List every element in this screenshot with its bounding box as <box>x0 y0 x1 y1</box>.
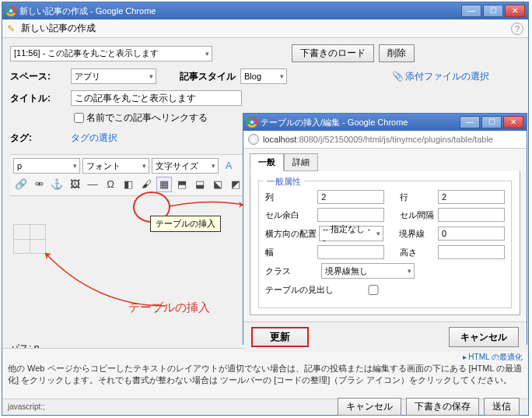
hr-icon[interactable]: — <box>85 177 100 192</box>
font-select[interactable]: フォント <box>82 158 149 174</box>
space-value: アプリ <box>75 71 100 83</box>
del-row-icon[interactable]: ⬕ <box>210 177 226 192</box>
cols-input[interactable] <box>317 190 384 204</box>
subheader-title: 新しい記事の作成 <box>21 22 96 35</box>
dlg-close-button[interactable]: ✕ <box>503 116 523 128</box>
dialog-tabs: 一般 詳細 <box>243 149 527 171</box>
delete-draft-button[interactable]: 削除 <box>379 44 415 62</box>
html-optimize-link[interactable]: ▸ HTML の最適化 <box>8 352 523 363</box>
align-label: 横方向の配置 <box>265 228 319 240</box>
help-icon[interactable]: ? <box>511 23 523 35</box>
dialog-body: 一般属性 列 行 セル余白 セル間隔 横方向の配置 -- 指定なし -- 境界線… <box>250 171 520 315</box>
minimize-button[interactable]: — <box>461 5 481 17</box>
bottom-bar: javascript:; キャンセル 下書きの保存 送信 <box>3 399 527 414</box>
pencil-icon <box>7 23 18 34</box>
fontcolor-icon[interactable]: A <box>221 158 236 174</box>
caption-label: テーブルの見出し <box>265 284 337 296</box>
format-select[interactable]: p <box>13 158 80 174</box>
dlg-maximize-button[interactable]: ☐ <box>481 116 502 128</box>
width-input[interactable] <box>317 245 384 259</box>
main-titlebar: 新しい記事の作成 - Google Chrome — ☐ ✕ <box>2 2 528 19</box>
char-icon[interactable]: Ω <box>103 177 118 192</box>
space-select[interactable]: アプリ <box>71 68 156 84</box>
border-label: 境界線 <box>399 228 438 240</box>
height-input[interactable] <box>438 245 505 259</box>
attach-link[interactable]: 添付ファイルの選択 <box>405 70 489 83</box>
title-label: タイトル: <box>10 92 71 105</box>
url-host: localhost <box>263 135 296 144</box>
save-draft-button[interactable]: 下書きの保存 <box>406 398 479 416</box>
annotation-text: テーブルの挿入 <box>128 300 210 315</box>
rows-label: 行 <box>400 191 438 203</box>
row-after-icon[interactable]: ⬓ <box>192 177 208 192</box>
space-label: スペース: <box>10 70 71 83</box>
width-label: 幅 <box>265 247 317 258</box>
status-area: ▸ HTML の最適化 他の Web ページからコピーしたテキストのレイアウトが… <box>3 348 527 398</box>
main-title: 新しい記事の作成 - Google Chrome <box>19 5 156 17</box>
cellspace-input[interactable] <box>438 208 505 222</box>
legend: 一般属性 <box>264 176 304 188</box>
style-value: Blog <box>244 72 261 81</box>
dlg-cancel-button[interactable]: キャンセル <box>449 327 519 347</box>
dialog-buttons: 更新 キャンセル <box>243 321 527 352</box>
anchor-icon[interactable]: ⚓ <box>49 177 65 192</box>
unlink-icon[interactable]: ⚮ <box>31 177 47 192</box>
title-input[interactable] <box>71 90 242 106</box>
cellpad-input[interactable] <box>317 208 384 222</box>
update-button[interactable]: 更新 <box>251 327 309 347</box>
cancel-button[interactable]: キャンセル <box>338 398 401 416</box>
dlg-minimize-button[interactable]: — <box>460 116 480 128</box>
subheader: 新しい記事の作成 ? <box>2 19 528 38</box>
close-button[interactable]: ✕ <box>505 5 525 17</box>
cols-label: 列 <box>265 191 317 203</box>
image-icon[interactable]: 🖼 <box>67 177 82 192</box>
table-tooltip: テーブルの挿入 <box>150 216 221 232</box>
row-before-icon[interactable]: ⬒ <box>174 177 190 192</box>
tag-label: タグ: <box>10 132 71 145</box>
chrome-icon <box>5 5 16 16</box>
editor-sample-table <box>13 224 46 254</box>
cellpad-label: セル余白 <box>265 209 317 221</box>
tab-detail[interactable]: 詳細 <box>284 153 318 171</box>
style-label: 記事スタイル <box>180 70 236 83</box>
dialog-urlbar: localhost:8080/j/52150009/html/js/tinymc… <box>243 131 527 149</box>
tab-general[interactable]: 一般 <box>250 153 284 171</box>
align-select[interactable]: -- 指定なし -- <box>319 226 383 241</box>
brush-icon[interactable]: 🖌 <box>138 177 154 192</box>
col-before-icon[interactable]: ◩ <box>228 177 243 192</box>
js-status: javascript:; <box>8 402 45 411</box>
attachment-icon <box>392 71 405 82</box>
chrome-icon <box>247 117 257 128</box>
misc-icon[interactable]: ◧ <box>121 177 136 192</box>
globe-icon <box>248 134 259 145</box>
class-label: クラス <box>265 265 321 277</box>
name-link-checkbox[interactable] <box>74 113 84 123</box>
table-dialog: テーブルの挿入/編集 - Google Chrome — ☐ ✕ localho… <box>243 113 527 345</box>
border-input[interactable] <box>438 227 505 241</box>
load-draft-button[interactable]: 下書きのロード <box>292 44 374 62</box>
name-link-label: 名前でこの記事へリンクする <box>86 111 208 125</box>
url-path: :8080/j/52150009/html/js/tinymce/plugins… <box>296 135 493 144</box>
rows-input[interactable] <box>438 190 505 204</box>
cellspace-label: セル間隔 <box>400 209 438 221</box>
draft-selected: [11:56] - この記事を丸ごと表示します <box>14 47 159 59</box>
class-select[interactable]: 境界線無し <box>321 263 415 279</box>
help-text: 他の Web ページからコピーしたテキストのレイアウトが適切でない場合は、記事の… <box>8 363 523 386</box>
maximize-button[interactable]: ☐ <box>483 5 503 17</box>
submit-button[interactable]: 送信 <box>484 398 520 416</box>
caption-checkbox[interactable] <box>340 285 407 295</box>
link-icon[interactable]: 🔗 <box>13 177 29 192</box>
height-label: 高さ <box>400 247 438 258</box>
size-select[interactable]: 文字サイズ <box>152 158 219 174</box>
dialog-titlebar: テーブルの挿入/編集 - Google Chrome — ☐ ✕ <box>243 114 527 131</box>
draft-select[interactable]: [11:56] - この記事を丸ごと表示します <box>10 46 212 61</box>
style-select[interactable]: Blog <box>240 68 287 84</box>
tag-select-link[interactable]: タグの選択 <box>71 132 117 145</box>
dialog-title: テーブルの挿入/編集 - Google Chrome <box>261 117 408 128</box>
table-insert-icon[interactable]: ▦ <box>156 177 172 192</box>
